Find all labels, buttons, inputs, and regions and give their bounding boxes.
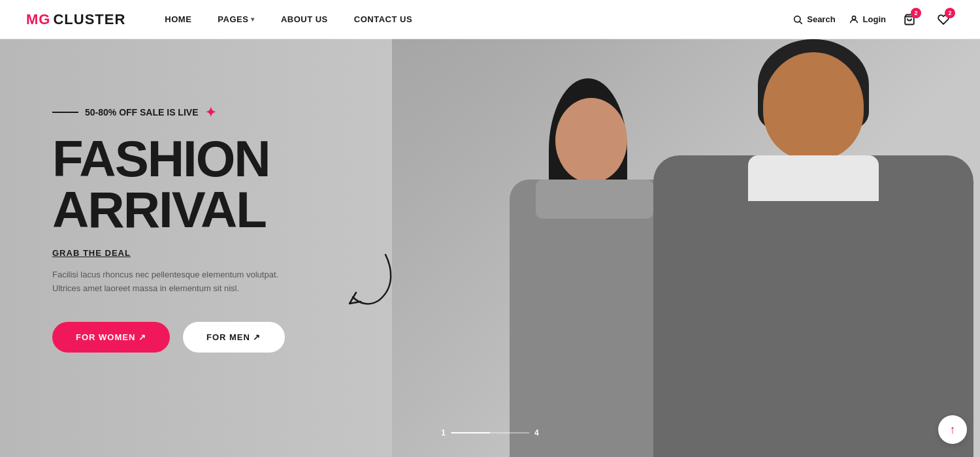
for-men-button[interactable]: FOR MEN ↗ bbox=[183, 322, 285, 353]
logo-mg: MG bbox=[26, 11, 50, 28]
wishlist-button[interactable]: 2 bbox=[933, 9, 954, 30]
user-icon bbox=[849, 14, 859, 25]
svg-point-0 bbox=[794, 16, 800, 22]
arrow-up-icon: ↑ bbox=[950, 423, 956, 437]
cart-button[interactable]: 2 bbox=[899, 9, 920, 30]
search-button[interactable]: Search bbox=[792, 14, 835, 25]
diamond-icon: ✦ bbox=[205, 104, 216, 120]
main-nav: HOME PAGES ▾ ABOUT US CONTACT US bbox=[165, 14, 792, 24]
cart-badge: 2 bbox=[911, 8, 921, 18]
header-actions: Search Login 2 2 bbox=[792, 9, 954, 30]
slider-indicator: 1 4 bbox=[441, 428, 538, 437]
wishlist-badge: 2 bbox=[945, 8, 955, 18]
nav-item-home[interactable]: HOME bbox=[165, 14, 191, 24]
logo-cluster: CLUSTER bbox=[53, 11, 125, 28]
hero-people-visual bbox=[392, 39, 980, 457]
login-button[interactable]: Login bbox=[849, 14, 886, 25]
hero-title: FASHION ARRIVAL bbox=[52, 133, 392, 235]
search-icon bbox=[792, 14, 803, 25]
sale-tag: 50-80% OFF SALE IS LIVE ✦ bbox=[52, 104, 392, 120]
nav-item-about[interactable]: ABOUT US bbox=[281, 14, 328, 24]
logo[interactable]: MG CLUSTER bbox=[26, 11, 125, 28]
sale-dash bbox=[52, 112, 78, 113]
slider-progress bbox=[451, 432, 490, 433]
chevron-down-icon: ▾ bbox=[251, 16, 255, 23]
svg-point-2 bbox=[852, 16, 855, 19]
header: MG CLUSTER HOME PAGES ▾ ABOUT US CONTACT… bbox=[0, 0, 980, 39]
slider-total: 4 bbox=[534, 428, 539, 437]
hero-description: Facilisi lacus rhoncus nec pellentesque … bbox=[52, 268, 287, 296]
curly-arrow-decoration bbox=[340, 248, 405, 326]
slider-current: 1 bbox=[441, 428, 446, 437]
for-women-button[interactable]: FOR WOMEN ↗ bbox=[52, 322, 170, 353]
slider-track[interactable] bbox=[451, 432, 529, 433]
scroll-top-button[interactable]: ↑ bbox=[938, 415, 967, 444]
nav-item-contact[interactable]: CONTACT US bbox=[354, 14, 412, 24]
svg-line-1 bbox=[800, 22, 802, 24]
hero-section: 50-80% OFF SALE IS LIVE ✦ FASHION ARRIVA… bbox=[0, 39, 980, 457]
nav-item-pages[interactable]: PAGES ▾ bbox=[218, 14, 255, 24]
